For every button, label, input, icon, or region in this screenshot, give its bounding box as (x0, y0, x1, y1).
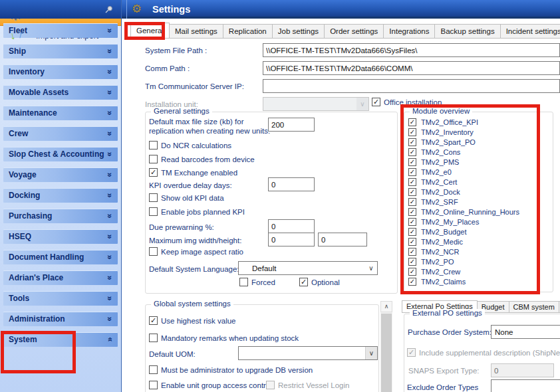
checkbox-icon (149, 381, 158, 389)
due-prewarning-input[interactable] (268, 219, 315, 233)
tab-integrations[interactable]: Integrations (384, 24, 435, 39)
sidebar-item-crew[interactable]: Crew» (3, 126, 118, 141)
do-ncr-checkbox[interactable]: Do NCR calculations (149, 141, 231, 149)
module-tmv2-my-places[interactable]: TMv2_My_Places (404, 217, 551, 227)
enable-jobs-kpi-checkbox[interactable]: Enable jobs planned KPI (149, 207, 245, 216)
keep-aspect-checkbox[interactable]: Keep image aspect ratio (149, 247, 243, 256)
checkbox-icon (408, 178, 416, 186)
sidebar-header (0, 0, 121, 19)
checkbox-icon (408, 228, 416, 236)
tab-general[interactable]: General (130, 23, 170, 39)
snaps-export-input[interactable] (491, 363, 554, 377)
system-file-path-label: System File Path : (145, 47, 207, 54)
module-tmv2-cons[interactable]: TMv2_Cons (404, 147, 551, 157)
must-be-admin-checkbox[interactable]: Must be administrator to upgrade DB vers… (149, 365, 313, 374)
include-supplemental-checkbox[interactable]: Include supplemental description (ShipNe… (407, 348, 560, 357)
sidebar-item-hseq[interactable]: HSEQ» (3, 229, 118, 244)
module-list: TMv2_Office_KPITMv2_InventoryTMv2_Spart_… (404, 117, 551, 286)
restrict-vessel-login-checkbox[interactable]: Restrict Vessel Login (266, 381, 349, 389)
system-file-path-input[interactable] (263, 43, 560, 57)
checkbox-icon (149, 247, 158, 256)
pin-icon[interactable] (104, 5, 113, 14)
chevron-down-icon: ∨ (356, 98, 368, 110)
sidebar-item-inventory[interactable]: Inventory» (3, 64, 118, 79)
checkbox-icon (372, 98, 380, 106)
module-tmv2-crew[interactable]: TMv2_Crew (404, 266, 551, 276)
checkbox-icon (408, 168, 416, 176)
module-tmv2-e0[interactable]: TMv2_e0 (404, 167, 551, 177)
language-combo[interactable]: Default ∨ (238, 261, 378, 275)
optional-checkbox[interactable]: Optional (299, 278, 340, 286)
sidebar-item-movable-assets[interactable]: Movable Assets» (3, 85, 118, 100)
tab-backup-settings[interactable]: Backup settings (435, 24, 500, 39)
tab-replication[interactable]: Replication (223, 24, 273, 39)
enable-unit-group-checkbox[interactable]: Enable unit group access control (149, 381, 272, 389)
module-tmv2-claims[interactable]: TMv2_Claims (404, 276, 551, 286)
tab-incident-settings[interactable]: Incident settings (501, 24, 560, 39)
module-tmv2-dock[interactable]: TMv2_Dock (404, 187, 551, 197)
module-tmv2-ncr[interactable]: TMv2_NCR (404, 246, 551, 256)
chevron-double-down-icon: » (106, 152, 115, 157)
office-installation-checkbox[interactable]: Office installation (372, 98, 442, 106)
checkbox-icon (149, 316, 158, 325)
sidebar-item-maintenance[interactable]: Maintenance» (3, 106, 118, 120)
max-file-size-label-2: replication when creating new units: (149, 127, 270, 135)
module-tmv2-cert[interactable]: TMv2_Cert (404, 177, 551, 187)
module-tmv2-medic[interactable]: TMv2_Medic (404, 237, 551, 246)
purchase-order-system-combo[interactable]: None ∨ (491, 325, 560, 339)
comm-path-input[interactable] (263, 61, 560, 75)
page-title: Settings (152, 4, 190, 15)
sidebar-item-docking[interactable]: Docking» (3, 188, 118, 203)
tab-job-settings[interactable]: Job settings (273, 24, 325, 39)
chevron-down-icon: ∨ (365, 347, 377, 359)
sidebar-item-system[interactable]: System» (3, 332, 118, 347)
page-header: ⚙ Settings (122, 0, 560, 19)
read-barcodes-checkbox[interactable]: Read barcodes from device (149, 155, 255, 163)
module-tmv2-pms[interactable]: TMv2_PMS (404, 157, 551, 167)
sidebar-item-tools[interactable]: Tools» (3, 291, 118, 306)
module-tmv2-spart-po[interactable]: TMv2_Spart_PO (404, 137, 551, 147)
checkbox-icon (239, 278, 248, 286)
sidebar-item-voyage[interactable]: Voyage» (3, 167, 118, 182)
max-img-width-input[interactable] (268, 233, 315, 246)
max-img-height-input[interactable] (318, 233, 367, 246)
po-tab-cbm-system[interactable]: CBM system (509, 301, 559, 313)
checkbox-icon (149, 193, 158, 202)
tm-communicator-ip-input[interactable] (263, 79, 560, 93)
tab-mail-settings[interactable]: Mail settings (170, 24, 223, 39)
forced-checkbox[interactable]: Forced (239, 278, 275, 286)
kpi-overdue-label: KPI overdue delay days: (149, 181, 232, 189)
show-old-kpi-checkbox[interactable]: Show old KPI data (149, 193, 224, 202)
checkbox-icon (299, 278, 308, 286)
import-export-icon: ↓↑ (10, 29, 30, 43)
module-tmv2-office-kpi[interactable]: TMv2_Office_KPI (404, 117, 551, 127)
installation-unit-combo[interactable]: ∨ (263, 97, 369, 111)
kpi-overdue-input[interactable] (268, 177, 315, 191)
scroll-up-icon[interactable]: ∧ (380, 301, 392, 312)
sidebar-item-document-handling[interactable]: Document Handling» (3, 250, 118, 264)
checkbox-icon (408, 148, 416, 156)
max-file-size-input[interactable] (268, 118, 315, 132)
use-highest-risk-checkbox[interactable]: Use highest risk value (149, 316, 236, 325)
module-tmv2-srf[interactable]: TMv2_SRF (404, 197, 551, 207)
tm-exchange-checkbox[interactable]: TM Exchange enabled (149, 168, 237, 177)
tab-order-settings[interactable]: Order settings (325, 24, 384, 39)
module-tmv2-online-running-hours[interactable]: TMv2_Online_Running_Hours (404, 207, 551, 217)
tm-communicator-ip-label: Tm Communicator Server IP: (145, 82, 244, 90)
module-tmv2-inventory[interactable]: TMv2_Inventory (404, 127, 551, 137)
sidebar-item-purchasing[interactable]: Purchasing» (3, 209, 118, 223)
scrollbar-thumb[interactable] (381, 314, 392, 392)
sidebar-item-administration[interactable]: Administration» (3, 312, 118, 326)
sidebar-item-slop-chest-accounting[interactable]: Slop Chest & Accounting» (3, 147, 118, 161)
sidebar-item-adrian-s-place[interactable]: Adrian's Place» (3, 270, 118, 285)
chevron-double-down-icon: » (106, 173, 115, 177)
mandatory-remarks-checkbox[interactable]: Mandatory remarks when updating stock (149, 334, 299, 342)
chevron-double-down-icon: » (106, 90, 115, 95)
vertical-scrollbar[interactable]: ∧ (380, 301, 392, 392)
exclude-order-types-input[interactable] (491, 379, 560, 392)
default-uom-combo[interactable]: ∨ (238, 346, 378, 360)
checkbox-icon (408, 198, 416, 206)
module-tmv2-budget[interactable]: TMv2_Budget (404, 227, 551, 237)
module-tmv2-po[interactable]: TMv2_PO (404, 256, 551, 266)
sidebar-item-ship[interactable]: Ship» (3, 44, 118, 58)
